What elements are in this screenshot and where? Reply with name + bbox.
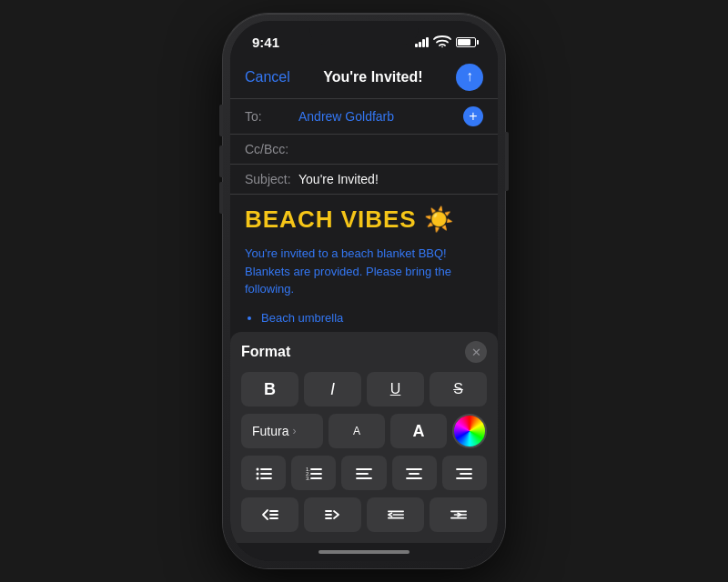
status-icons bbox=[415, 32, 476, 53]
format-header: Format ✕ bbox=[241, 341, 487, 363]
svg-point-5 bbox=[256, 477, 258, 480]
cc-field[interactable]: Cc/Bcc: bbox=[230, 135, 498, 165]
format-close-button[interactable]: ✕ bbox=[465, 341, 487, 363]
italic-button[interactable]: I bbox=[304, 372, 361, 406]
nav-title: You're Invited! bbox=[323, 69, 422, 85]
cancel-button[interactable]: Cancel bbox=[245, 69, 290, 85]
align-left-button[interactable] bbox=[341, 456, 386, 490]
mail-nav: Cancel You're Invited! ↑ bbox=[230, 56, 498, 99]
color-picker-button[interactable] bbox=[452, 414, 487, 448]
list-item: Beach umbrella bbox=[261, 307, 483, 328]
cc-label: Cc/Bcc: bbox=[245, 142, 295, 156]
increase-indent-button[interactable] bbox=[304, 497, 361, 532]
to-label: To: bbox=[245, 109, 295, 124]
ordered-list-button[interactable]: 1. 2. 3. bbox=[291, 456, 336, 490]
phone-screen: 9:41 bbox=[230, 21, 498, 561]
underline-button[interactable]: U bbox=[367, 372, 424, 406]
subject-label: Subject: bbox=[245, 172, 295, 186]
outdent-button[interactable] bbox=[241, 497, 298, 532]
subject-value: You're Invited! bbox=[298, 172, 379, 186]
mail-compose: Cancel You're Invited! ↑ To: Andrew Gold… bbox=[230, 56, 498, 561]
font-larger-button[interactable]: A bbox=[390, 414, 447, 448]
status-time: 9:41 bbox=[252, 35, 279, 50]
close-icon: ✕ bbox=[471, 346, 481, 359]
wifi-icon bbox=[433, 32, 451, 53]
text-style-row: B I U S bbox=[241, 372, 487, 406]
send-button[interactable]: ↑ bbox=[456, 64, 483, 91]
email-list: Beach umbrella Food to grill Drinks & sn… bbox=[245, 307, 483, 333]
font-picker-button[interactable]: Futura › bbox=[241, 414, 323, 448]
bold-button[interactable]: B bbox=[241, 372, 298, 406]
signal-icon bbox=[415, 37, 429, 47]
chevron-right-icon: › bbox=[292, 425, 296, 437]
to-value: Andrew Goldfarb bbox=[298, 109, 463, 124]
align-center-button[interactable] bbox=[392, 456, 437, 490]
font-larger-label: A bbox=[413, 422, 425, 441]
home-indicator bbox=[230, 543, 498, 561]
font-smaller-button[interactable]: A bbox=[329, 414, 385, 448]
decrease-indent-button[interactable] bbox=[367, 497, 424, 532]
svg-text:3.: 3. bbox=[306, 476, 310, 481]
font-row: Futura › A A bbox=[241, 414, 487, 448]
phone-frame: 9:41 bbox=[223, 14, 505, 568]
unordered-list-button[interactable] bbox=[241, 456, 286, 490]
send-icon: ↑ bbox=[466, 68, 473, 85]
subject-field[interactable]: Subject: You're Invited! bbox=[230, 165, 498, 195]
email-intro: You're invited to a beach blanket BBQ! B… bbox=[245, 245, 483, 298]
indent-row bbox=[241, 497, 487, 532]
email-body[interactable]: BEACH VIBES ☀️ You're invited to a beach… bbox=[230, 195, 498, 332]
notch bbox=[309, 21, 419, 45]
font-name-label: Futura bbox=[252, 424, 288, 438]
format-title: Format bbox=[241, 344, 290, 360]
svg-point-3 bbox=[256, 473, 258, 476]
battery-icon bbox=[456, 37, 476, 47]
strikethrough-button[interactable]: S bbox=[430, 372, 487, 406]
home-bar bbox=[318, 550, 410, 554]
add-recipient-button[interactable]: + bbox=[463, 106, 483, 126]
list-style-row: 1. 2. 3. bbox=[241, 456, 487, 490]
align-right-button[interactable] bbox=[442, 456, 487, 490]
email-heading: BEACH VIBES ☀️ bbox=[245, 206, 483, 234]
font-smaller-label: A bbox=[353, 425, 360, 437]
format-panel: Format ✕ B I U S Futura › bbox=[230, 332, 498, 543]
svg-point-0 bbox=[441, 46, 443, 48]
svg-point-1 bbox=[256, 468, 258, 471]
increase-level-button[interactable] bbox=[430, 497, 487, 532]
to-field[interactable]: To: Andrew Goldfarb + bbox=[230, 99, 498, 135]
